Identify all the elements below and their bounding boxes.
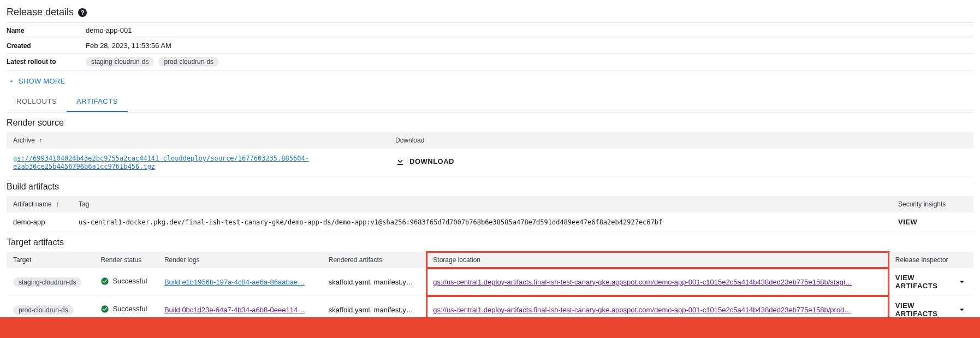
artifact-name: demo-app	[7, 212, 72, 232]
render-logs-header: Render logs	[158, 252, 322, 268]
check-circle-icon	[100, 305, 109, 313]
target-artifacts-table: Target Render status Render logs Rendere…	[7, 252, 973, 324]
build-artifacts-table: Artifact name ↑ Tag Security insights de…	[7, 196, 973, 232]
detail-row-created: Created Feb 28, 2023, 11:53:56 AM	[7, 38, 973, 54]
download-icon	[395, 157, 405, 167]
chip-prod[interactable]: prod-cloudrun-ds	[158, 57, 219, 67]
detail-row-rollout: Latest rollout to staging-cloudrun-ds pr…	[7, 54, 973, 70]
archive-header[interactable]: Archive ↑	[7, 132, 389, 149]
chip-target-prod[interactable]: prod-cloudrun-ds	[13, 305, 74, 315]
chevron-down-icon[interactable]	[957, 305, 967, 315]
archive-header-label: Archive	[13, 137, 35, 144]
rollout-targets: staging-cloudrun-ds prod-cloudrun-ds	[86, 57, 219, 67]
chip-staging[interactable]: staging-cloudrun-ds	[86, 57, 154, 67]
show-more-label: SHOW MORE	[19, 77, 65, 85]
download-button[interactable]: DOWNLOAD	[395, 157, 454, 167]
page-title-text: Release details	[7, 7, 74, 18]
render-status-header: Render status	[94, 252, 157, 268]
download-label: DOWNLOAD	[409, 157, 454, 165]
target-artifacts-title: Target artifacts	[7, 238, 973, 247]
release-inspector-header: Release Inspector	[889, 252, 973, 268]
view-artifacts-button[interactable]: VIEW ARTIFACTS	[895, 274, 958, 290]
render-log-link[interactable]: Build 0bc1d23e-64a7-4b34-a6b8-0eee114…	[164, 306, 316, 314]
detail-row-name: Name demo-app-001	[7, 23, 973, 38]
help-icon[interactable]: ?	[78, 8, 87, 17]
tabs: ROLLOUTS ARTIFACTS	[7, 92, 973, 112]
status-successful: Successful	[100, 277, 147, 286]
sort-up-icon: ↑	[56, 200, 59, 208]
created-label: Created	[7, 42, 86, 50]
show-more-button[interactable]: SHOW MORE	[8, 77, 65, 85]
view-insights-button[interactable]: VIEW	[898, 218, 917, 226]
rendered-artifacts-value: skaffold.yaml, manifest.y…	[322, 268, 427, 296]
download-header: Download	[389, 132, 973, 149]
chevron-down-icon	[8, 78, 15, 85]
target-row-staging: staging-cloudrun-ds Successful Build e1b…	[7, 268, 973, 296]
name-value: demo-app-001	[86, 26, 132, 34]
bottom-highlight-bar	[0, 317, 980, 330]
release-details-table: Name demo-app-001 Created Feb 28, 2023, …	[7, 22, 973, 70]
storage-link-staging[interactable]: gs://us-central1.deploy-artifacts.final-…	[433, 278, 882, 286]
artifact-tag: us-central1-docker.pkg.dev/final-ish-tes…	[72, 212, 892, 232]
name-label: Name	[7, 27, 86, 34]
artifact-name-header-label: Artifact name	[13, 200, 52, 208]
render-log-link[interactable]: Build e1b1956b-197a-4c84-ae6a-86aabae…	[164, 278, 316, 286]
render-source-title: Render source	[7, 118, 973, 128]
sort-up-icon: ↑	[39, 137, 42, 144]
created-value: Feb 28, 2023, 11:53:56 AM	[86, 41, 171, 50]
status-successful: Successful	[100, 305, 147, 313]
rendered-artifacts-header: Rendered artifacts	[322, 252, 427, 268]
check-circle-icon	[100, 277, 109, 286]
archive-link[interactable]: gs://69934104024b43e2bc9755a2cac44141_cl…	[13, 155, 309, 170]
target-header: Target	[7, 252, 94, 268]
render-source-row: gs://69934104024b43e2bc9755a2cac44141_cl…	[7, 149, 973, 176]
build-artifacts-title: Build artifacts	[7, 182, 973, 192]
page-title: Release details ?	[7, 7, 973, 18]
status-text: Successful	[112, 277, 147, 285]
view-artifacts-button[interactable]: VIEW ARTIFACTS	[895, 301, 958, 318]
artifact-name-header[interactable]: Artifact name ↑	[7, 196, 72, 212]
status-text: Successful	[112, 305, 147, 313]
insights-header: Security insights	[892, 196, 973, 212]
chevron-down-icon[interactable]	[957, 277, 967, 287]
render-source-table: Archive ↑ Download gs://69934104024b43e2…	[7, 132, 973, 176]
tab-rollouts[interactable]: ROLLOUTS	[7, 92, 67, 112]
tag-header: Tag	[72, 196, 892, 212]
build-artifact-row: demo-app us-central1-docker.pkg.dev/fina…	[7, 212, 973, 232]
storage-location-header: Storage location	[426, 252, 889, 268]
tab-artifacts[interactable]: ARTIFACTS	[67, 92, 128, 112]
rollout-label: Latest rollout to	[7, 58, 86, 66]
storage-link-prod[interactable]: gs://us-central1.deploy-artifacts.final-…	[433, 306, 882, 314]
chip-target-staging[interactable]: staging-cloudrun-ds	[13, 277, 81, 287]
